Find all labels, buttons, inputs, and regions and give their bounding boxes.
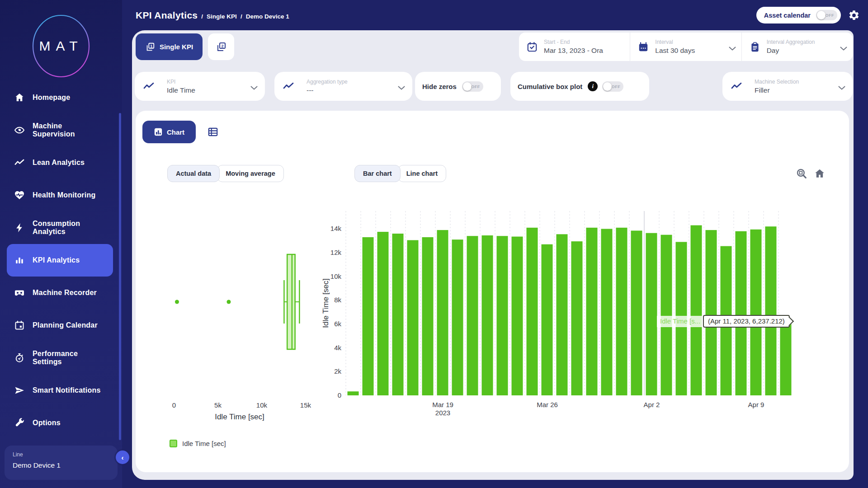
svg-text:Apr 2: Apr 2 bbox=[644, 401, 660, 408]
kpi-label: KPI bbox=[167, 79, 246, 85]
bar[interactable] bbox=[497, 236, 508, 395]
bar-chart-icon bbox=[154, 127, 163, 136]
bar[interactable] bbox=[557, 234, 568, 395]
app-root: MAT HomepageMachine SupervisionLean Anal… bbox=[0, 0, 868, 488]
sidebar-item-label: Homepage bbox=[33, 94, 70, 102]
bolt-icon bbox=[14, 222, 25, 233]
asset-calendar-toggle[interactable]: OFF bbox=[816, 10, 837, 20]
sidebar-scrollbar[interactable] bbox=[119, 113, 121, 440]
info-icon[interactable] bbox=[588, 81, 598, 91]
toggle-knob bbox=[463, 82, 472, 91]
clipboard-icon bbox=[749, 41, 761, 53]
bar[interactable] bbox=[750, 230, 762, 395]
selected-device-card[interactable]: Line Demo Device 1 bbox=[5, 446, 118, 480]
sidebar-item-consumption-analytics[interactable]: Consumption Analytics bbox=[7, 211, 113, 244]
bar[interactable] bbox=[467, 236, 478, 395]
bar[interactable] bbox=[571, 241, 583, 395]
sidebar-item-kpi-analytics[interactable]: KPI Analytics bbox=[7, 244, 113, 277]
svg-text:1: 1 bbox=[150, 44, 152, 48]
bar[interactable] bbox=[422, 237, 434, 395]
stopwatch-icon bbox=[14, 352, 25, 363]
bar[interactable] bbox=[780, 321, 792, 395]
chart-legend[interactable]: Idle Time [sec] bbox=[170, 440, 226, 447]
bar[interactable] bbox=[482, 235, 493, 395]
moving-average-button[interactable]: Moving average bbox=[217, 165, 284, 182]
line-chart-button[interactable]: Line chart bbox=[398, 165, 446, 182]
hide-zeros-control: Hide zeros OFF bbox=[415, 72, 501, 101]
bar[interactable] bbox=[377, 232, 389, 395]
cumulative-box-plot-toggle[interactable]: OFF bbox=[602, 81, 623, 92]
machine-selection-select[interactable]: Machine Selection Filler bbox=[722, 72, 853, 101]
bar[interactable] bbox=[706, 230, 717, 395]
kpi-select[interactable]: KPI Idle Time bbox=[135, 72, 265, 101]
sidebar-item-smart-notifications[interactable]: Smart Notifications bbox=[7, 374, 113, 407]
aggregation-type-select[interactable]: Aggregation type --- bbox=[274, 72, 412, 101]
interval-aggregation-field[interactable]: Interval Aggregation Day bbox=[741, 33, 853, 61]
single-kpi-button[interactable]: 1 Single KPI bbox=[136, 33, 203, 60]
bar[interactable] bbox=[452, 239, 463, 395]
hide-zeros-toggle[interactable]: OFF bbox=[462, 81, 483, 92]
chart-card: Chart Actual data Moving average Bar cha… bbox=[136, 111, 849, 472]
toggle-state-label: OFF bbox=[826, 13, 835, 18]
chart-tab-button[interactable]: Chart bbox=[142, 121, 196, 143]
svg-text:6k: 6k bbox=[334, 320, 341, 328]
sidebar-item-lean-analytics[interactable]: Lean Analytics bbox=[7, 146, 113, 179]
bar[interactable] bbox=[736, 231, 747, 395]
tooltip-series-label: Idle Time [s... bbox=[657, 316, 703, 327]
machine-selection-label: Machine Selection bbox=[755, 79, 834, 85]
start-end-field[interactable]: Start - End Mar 13, 2023 - Ora bbox=[519, 33, 630, 61]
bar[interactable] bbox=[437, 230, 448, 395]
chevron-down-icon bbox=[729, 45, 736, 49]
box-plot: 05k10k15kIdle Time [sec] bbox=[160, 206, 332, 422]
bar[interactable] bbox=[407, 240, 419, 395]
svg-text:15k: 15k bbox=[300, 401, 311, 409]
cumulative-box-plot-control: Cumulative box plot OFF bbox=[510, 72, 649, 101]
outlier-point[interactable] bbox=[226, 300, 231, 304]
sidebar-item-label: KPI Analytics bbox=[33, 256, 80, 264]
sidebar-collapse-button[interactable] bbox=[116, 450, 129, 464]
sidebar-item-performance-settings[interactable]: Performance Settings bbox=[7, 342, 113, 374]
device-card-value: Demo Device 1 bbox=[13, 461, 109, 469]
content-panel: 1 Single KPI 2 Start - End Mar 13, 2023 … bbox=[132, 30, 854, 480]
bar[interactable] bbox=[542, 244, 553, 395]
topbar: KPI Analytics Single KPI Demo Device 1 A… bbox=[122, 0, 868, 30]
bar-chart-button[interactable]: Bar chart bbox=[354, 165, 401, 182]
zoom-selection-icon[interactable] bbox=[796, 168, 807, 179]
bar[interactable] bbox=[661, 235, 672, 395]
sidebar-item-health-monitoring[interactable]: Health Monitoring bbox=[7, 179, 113, 211]
sidebar-item-machine-recorder[interactable]: Machine Recorder bbox=[7, 277, 113, 309]
bar[interactable] bbox=[527, 228, 538, 395]
sidebar-item-machine-supervision[interactable]: Machine Supervision bbox=[7, 114, 113, 146]
sidebar-item-options[interactable]: Options bbox=[7, 407, 113, 439]
bar[interactable] bbox=[363, 237, 374, 395]
single-kpi-label: Single KPI bbox=[160, 43, 193, 51]
chevron-down-icon bbox=[840, 45, 847, 49]
bar[interactable] bbox=[765, 226, 777, 395]
plot-tools bbox=[796, 168, 826, 179]
sidebar-item-label: Machine Supervision bbox=[33, 122, 105, 139]
outlier-point[interactable] bbox=[175, 300, 179, 304]
bar[interactable] bbox=[691, 225, 702, 395]
multi-kpi-button[interactable]: 2 bbox=[208, 33, 234, 60]
table-view-icon[interactable] bbox=[207, 126, 219, 138]
settings-gear-icon[interactable] bbox=[848, 9, 860, 21]
sidebar-item-label: Performance Settings bbox=[33, 350, 105, 366]
interval-field[interactable]: Interval Last 30 days bbox=[630, 33, 741, 61]
bar[interactable] bbox=[616, 228, 627, 395]
svg-text:4k: 4k bbox=[334, 344, 341, 352]
bar[interactable] bbox=[601, 229, 613, 395]
sidebar-item-homepage[interactable]: Homepage bbox=[7, 81, 113, 114]
asset-calendar-toggle-pill[interactable]: Asset calendar OFF bbox=[756, 7, 841, 23]
cassette-icon bbox=[14, 287, 25, 298]
svg-text:0: 0 bbox=[338, 391, 341, 399]
bar[interactable] bbox=[512, 237, 523, 395]
bar[interactable] bbox=[631, 230, 642, 395]
bar[interactable] bbox=[646, 233, 657, 395]
actual-data-button[interactable]: Actual data bbox=[167, 165, 220, 182]
trend-icon bbox=[731, 80, 742, 92]
bar[interactable] bbox=[348, 391, 359, 395]
sidebar-item-planning-calendar[interactable]: Planning Calendar bbox=[7, 309, 113, 342]
reset-home-icon[interactable] bbox=[814, 168, 826, 179]
bar[interactable] bbox=[586, 228, 598, 395]
bar[interactable] bbox=[392, 234, 404, 395]
